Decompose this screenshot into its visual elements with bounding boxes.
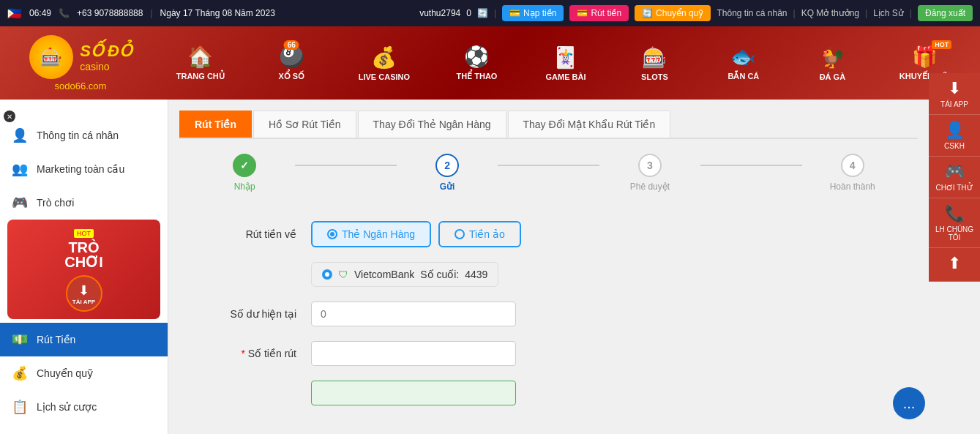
tabs: Rút Tiền Hồ Sơ Rút Tiền Thay Đổi Thẻ Ngâ… xyxy=(179,111,918,139)
game-icon: 🎮 xyxy=(945,162,965,182)
bank-option-vietcombank[interactable]: 🛡 VietcomBank Số cuối: 4439 xyxy=(311,262,498,287)
tab-rut-tien[interactable]: Rút Tiền xyxy=(179,111,252,138)
form-section: Rút tiền về Thẻ Ngân Hàng Tiền ảo 🛡 xyxy=(179,214,918,427)
dang-xuat-button[interactable]: Đăng xuất xyxy=(918,5,973,21)
cskh-icon: 👤 xyxy=(945,121,965,140)
history-icon: 📋 xyxy=(12,399,28,415)
arrow-up-icon: ⬆ xyxy=(948,254,961,273)
so-du-input[interactable] xyxy=(311,302,516,326)
khuyen-mai-hot-badge: HOT xyxy=(932,40,951,49)
nav-item-da-ga[interactable]: 🐓 ĐÁ GÀ xyxy=(803,40,861,87)
radio-dot-the-ngan-hang xyxy=(327,229,337,239)
sidebar-item-rut-tien[interactable]: 💵 Rút Tiền xyxy=(0,323,168,356)
close-promo-button[interactable]: ✕ xyxy=(4,111,15,122)
nav-item-ban-ca[interactable]: 🐟 BẮN CÁ xyxy=(714,39,773,87)
right-cskh[interactable]: 👤 CSKH xyxy=(929,115,980,157)
sidebar-item-marketing[interactable]: 👥 Marketing toàn cầu xyxy=(0,152,168,186)
nav-item-the-thao[interactable]: ⚽ THỂ THAO xyxy=(448,39,506,87)
right-lh-chung-toi[interactable]: 📞 LH CHÚNG TÔI xyxy=(929,198,980,248)
the-thao-icon: ⚽ xyxy=(464,45,490,69)
topbar-username: vuthu2794 xyxy=(419,8,460,18)
nap-tien-button[interactable]: 💳 Nạp tiền xyxy=(502,5,564,21)
chuyen-quy-button[interactable]: 🔄 Chuyển quỹ xyxy=(635,5,711,21)
right-choi-thu[interactable]: 🎮 CHƠI THỬ xyxy=(929,157,980,198)
step-nhap-circle: ✓ xyxy=(233,154,256,177)
nav-item-game-bai[interactable]: 🃏 GAME BÀI xyxy=(536,40,595,87)
logo-name: SỐ ĐỎ xyxy=(80,42,132,61)
wallet-icon: 💳 xyxy=(577,8,588,18)
extra-input[interactable] xyxy=(311,381,516,405)
step-phe-duyet: 3 Phê duyệt xyxy=(599,154,700,192)
step-line-2 xyxy=(498,165,599,166)
step-hoan-thanh: 4 Hoàn thành xyxy=(802,154,903,192)
sidebar-item-lich-su-cuoc[interactable]: 📋 Lịch sử cược xyxy=(0,390,168,424)
bank-name: VietcomBank xyxy=(354,269,414,280)
step-hoan-thanh-circle: 4 xyxy=(841,154,864,177)
step-line-3 xyxy=(700,165,801,166)
step-gui-label: Gửi xyxy=(440,182,455,192)
so-tien-input[interactable] xyxy=(311,341,516,366)
form-row-so-tien: Số tiền rút xyxy=(201,341,896,366)
live-casino-icon: 💰 xyxy=(371,45,397,70)
nav-item-trang-chu[interactable]: 🏠 TRANG CHỦ xyxy=(169,39,232,87)
step-phe-duyet-label: Phê duyệt xyxy=(630,182,670,192)
chat-bubble[interactable]: ... xyxy=(893,387,925,419)
user-icon: 👤 xyxy=(12,127,28,143)
tro-choi-promo[interactable]: HOT TRÒCHƠI ⬇ TÁI APP xyxy=(0,220,168,319)
so-du-label: Số dư hiện tại xyxy=(201,308,296,320)
bank-suffix-label: Số cuối: xyxy=(420,269,459,280)
right-tai-app[interactable]: ⬇ TÁI APP xyxy=(929,73,980,115)
step-gui: 2 Gửi xyxy=(397,154,498,192)
lich-su-link[interactable]: Lịch Sử xyxy=(873,8,904,18)
download-btn-promo[interactable]: ⬇ TÁI APP xyxy=(15,275,153,312)
topbar-balance: 0 xyxy=(466,8,471,18)
topbar: 🇵🇭 06:49 📞 +63 9078888888 | Ngày 17 Thán… xyxy=(0,0,980,26)
logo-domain: sodo66.com xyxy=(55,81,107,91)
sidebar-item-chuyen-quy[interactable]: 💰 Chuyển quỹ xyxy=(0,356,168,390)
sidebar-item-tro-choi[interactable]: 🎮 Trò chơi xyxy=(0,186,168,220)
step-gui-circle: 2 xyxy=(435,154,459,177)
game-bai-icon: 🃏 xyxy=(553,45,578,70)
sidebar-item-thong-tin[interactable]: 👤 Thông tin cá nhân xyxy=(0,119,168,152)
step-nhap-label: Nhập xyxy=(234,182,255,192)
topbar-phone: +63 9078888888 xyxy=(77,8,143,18)
radio-tien-ao[interactable]: Tiền ảo xyxy=(438,221,521,247)
topbar-right: vuthu2794 0 🔄 | 💳 Nạp tiền 💳 Rút tiền 🔄 … xyxy=(419,5,973,21)
tab-thay-doi-mat-khau[interactable]: Thay Đổi Mật Khẩu Rút Tiền xyxy=(508,111,671,138)
payment-method-group: Thẻ Ngân Hàng Tiền ảo xyxy=(311,221,521,247)
thong-tin-link[interactable]: Thông tin cá nhân xyxy=(717,8,787,18)
right-back-top[interactable]: ⬆ xyxy=(929,248,980,282)
download-icon: ⬇ xyxy=(948,79,961,98)
nav-item-xo-so[interactable]: 66 🎱 XỔ SỐ xyxy=(262,39,321,87)
card-icon: 💳 xyxy=(509,8,520,18)
phone-contact-icon: 📞 xyxy=(945,204,965,223)
radio-the-ngan-hang[interactable]: Thẻ Ngân Hàng xyxy=(311,221,431,247)
marketing-icon: 👥 xyxy=(12,161,28,177)
right-panel: ⬇ TÁI APP 👤 CSKH 🎮 CHƠI THỬ 📞 LH CHÚNG T… xyxy=(929,73,980,282)
tro-choi-label: TRÒCHƠI xyxy=(15,240,153,269)
topbar-refresh-icon[interactable]: 🔄 xyxy=(477,8,488,18)
flag-icon: 🇵🇭 xyxy=(7,7,22,20)
step-phe-duyet-circle: 3 xyxy=(638,154,662,177)
ban-ca-icon: 🐟 xyxy=(730,45,756,69)
hot-tag: HOT xyxy=(74,229,94,238)
tab-ho-so-rut-tien[interactable]: Hồ Sơ Rút Tiền xyxy=(253,111,356,138)
bank-shield-icon: 🛡 xyxy=(338,269,348,280)
rut-tien-ve-label: Rút tiền về xyxy=(201,228,296,240)
rut-tien-button[interactable]: 💳 Rút tiền xyxy=(569,5,629,21)
nav-item-slots[interactable]: 🎰 SLOTS xyxy=(625,40,684,87)
nav-item-live-casino[interactable]: 💰 LIVE CASINO xyxy=(351,40,417,87)
da-ga-icon: 🐓 xyxy=(820,45,845,70)
logo: 🎰 SỐ ĐỎ casino sodo66.com xyxy=(7,35,154,91)
kq-mo-link[interactable]: KQ Mở thưởng xyxy=(801,8,859,18)
sidebar: ✕ 👤 Thông tin cá nhân 👥 Marketing toàn c… xyxy=(0,100,168,434)
main-layout: ✕ 👤 Thông tin cá nhân 👥 Marketing toàn c… xyxy=(0,100,980,434)
step-line-1 xyxy=(295,165,396,166)
game-ctrl-icon: 🎮 xyxy=(12,195,28,211)
transfer2-icon: 💰 xyxy=(12,365,28,381)
home-icon: 🏠 xyxy=(187,45,213,69)
tab-thay-doi-the[interactable]: Thay Đổi Thẻ Ngân Hàng xyxy=(358,111,506,138)
nav-items: 🏠 TRANG CHỦ 66 🎱 XỔ SỐ 💰 LIVE CASINO ⚽ T… xyxy=(154,39,973,87)
withdraw-icon: 💵 xyxy=(12,332,28,348)
xo-so-badge: 66 xyxy=(284,40,299,50)
